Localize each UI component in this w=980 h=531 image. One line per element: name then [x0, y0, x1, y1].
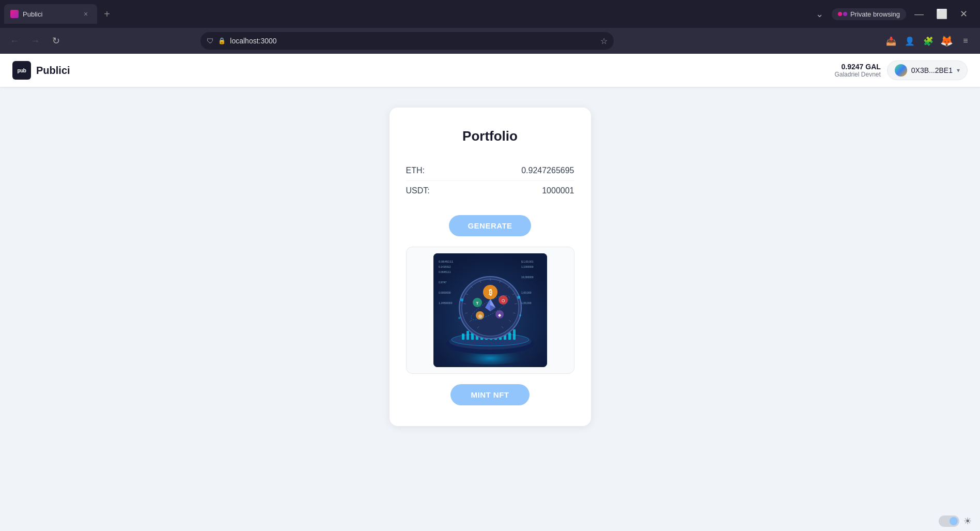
- bookmark-icon[interactable]: ☆: [600, 36, 608, 46]
- private-browsing-badge[interactable]: Private browsing: [832, 8, 906, 20]
- eth-label: ETH:: [406, 166, 425, 175]
- usdt-value: 1000001: [542, 186, 574, 195]
- extensions-button[interactable]: 🧩: [920, 33, 937, 49]
- tab-bar-right: ⌄ Private browsing — ⬜ ✕: [812, 6, 976, 22]
- generate-button[interactable]: GENERATE: [449, 215, 531, 236]
- svg-rect-5: [462, 333, 464, 340]
- metamask-button[interactable]: 🦊: [939, 33, 955, 49]
- svg-point-60: [517, 296, 520, 299]
- new-tab-button[interactable]: +: [99, 6, 115, 22]
- svg-point-59: [460, 298, 463, 301]
- svg-point-62: [519, 314, 521, 316]
- bottom-bar: ☀: [930, 511, 980, 531]
- header-right: 0.9247 GAL Galadriel Devnet 0X3B...2BE1 …: [834, 60, 968, 80]
- svg-text:$,1,00,001: $,1,00,001: [521, 260, 534, 263]
- tab-list-button[interactable]: ⌄: [812, 6, 828, 22]
- toggle-knob: [950, 517, 958, 525]
- wallet-address-button[interactable]: 0X3B...2BE1 ▾: [887, 60, 968, 80]
- logo-box: pub: [12, 61, 31, 80]
- tab-bar: Publici × + ⌄ Private browsing — ⬜ ✕: [0, 0, 980, 28]
- forward-button[interactable]: →: [27, 33, 43, 49]
- svg-text:0.9747: 0.9747: [439, 281, 447, 284]
- svg-text:⬡: ⬡: [502, 299, 505, 302]
- tab-favicon-icon: [10, 10, 19, 18]
- mint-nft-button[interactable]: MINT NFT: [450, 384, 530, 405]
- browser-chrome: Publici × + ⌄ Private browsing — ⬜ ✕ ← →…: [0, 0, 980, 54]
- private-browsing-label: Private browsing: [850, 10, 900, 18]
- menu-button[interactable]: ≡: [957, 33, 974, 49]
- portfolio-rows: ETH: 0.9247265695 USDT: 1000001: [406, 161, 574, 201]
- tab-close-button[interactable]: ×: [81, 9, 91, 19]
- pocket-button[interactable]: 📥: [883, 33, 899, 49]
- svg-rect-16: [513, 329, 516, 340]
- private-browsing-icon: [838, 12, 847, 16]
- svg-rect-6: [466, 331, 469, 340]
- nft-image-container: ₿ T ⬡ ◆ ◎ 0: [406, 247, 574, 374]
- svg-text:1,00,000: 1,00,000: [521, 301, 532, 305]
- svg-text:0.0645111: 0.0645111: [439, 270, 451, 274]
- eth-value: 0.9247265695: [521, 166, 574, 175]
- minimize-button[interactable]: —: [910, 7, 928, 22]
- svg-text:1,00,000: 1,00,000: [521, 291, 532, 294]
- wallet-balance: 0.9247 GAL Galadriel Devnet: [834, 63, 880, 78]
- usdt-label: USDT:: [406, 186, 430, 195]
- back-button[interactable]: ←: [6, 33, 23, 49]
- shield-icon: 🛡: [207, 37, 214, 45]
- svg-text:◆: ◆: [498, 313, 502, 317]
- logo-icon: pub: [18, 68, 26, 73]
- svg-point-61: [458, 317, 460, 319]
- svg-text:T: T: [476, 301, 478, 306]
- sun-icon[interactable]: ☀: [963, 515, 972, 527]
- wallet-address-short: 0X3B...2BE1: [911, 66, 953, 74]
- maximize-button[interactable]: ⬜: [932, 6, 952, 22]
- nft-svg: ₿ T ⬡ ◆ ◎ 0: [433, 253, 547, 367]
- balance-amount: 0.9247 GAL: [834, 63, 880, 71]
- svg-text:0.1415312: 0.1415312: [439, 265, 451, 268]
- svg-text:1,1000000: 1,1000000: [521, 265, 534, 268]
- svg-text:0.0645111: 0.0645111: [439, 260, 454, 263]
- app-name: Publici: [36, 65, 70, 77]
- nav-bar: ← → ↻ 🛡 🔒 localhost:3000 ☆ 📥 👤 🧩 🦊 ≡: [0, 28, 980, 54]
- profile-button[interactable]: 👤: [901, 33, 918, 49]
- nft-image: ₿ T ⬡ ◆ ◎ 0: [433, 253, 547, 367]
- svg-text:0.0000000: 0.0000000: [439, 291, 451, 294]
- svg-text:◎: ◎: [478, 314, 481, 318]
- svg-text:10,000000: 10,000000: [521, 276, 534, 279]
- app-header: pub Publici 0.9247 GAL Galadriel Devnet …: [0, 54, 980, 87]
- close-window-button[interactable]: ✕: [956, 6, 972, 22]
- url-display: localhost:3000: [230, 37, 596, 45]
- nav-right-buttons: 📥 👤 🧩 🦊 ≡: [883, 33, 974, 49]
- usdt-row: USDT: 1000001: [406, 181, 574, 201]
- svg-text:₿: ₿: [488, 288, 492, 296]
- theme-toggle[interactable]: [939, 515, 959, 527]
- portfolio-title: Portfolio: [462, 128, 518, 144]
- refresh-button[interactable]: ↻: [48, 33, 64, 49]
- svg-text:1.24500000: 1.24500000: [439, 301, 453, 305]
- balance-network: Galadriel Devnet: [834, 71, 880, 78]
- tab-title: Publici: [23, 10, 76, 18]
- app-logo: pub Publici: [12, 61, 70, 80]
- wallet-avatar: [895, 64, 907, 77]
- address-bar[interactable]: 🛡 🔒 localhost:3000 ☆: [200, 32, 614, 50]
- chevron-down-icon: ▾: [957, 67, 960, 74]
- private-dot-purple: [843, 12, 847, 16]
- lock-icon: 🔒: [218, 37, 226, 44]
- main-content: Portfolio ETH: 0.9247265695 USDT: 100000…: [0, 87, 980, 531]
- portfolio-card: Portfolio ETH: 0.9247265695 USDT: 100000…: [390, 108, 591, 426]
- eth-row: ETH: 0.9247265695: [406, 161, 574, 181]
- private-dot-pink: [838, 12, 842, 16]
- active-tab[interactable]: Publici ×: [4, 4, 97, 24]
- svg-rect-15: [508, 332, 511, 340]
